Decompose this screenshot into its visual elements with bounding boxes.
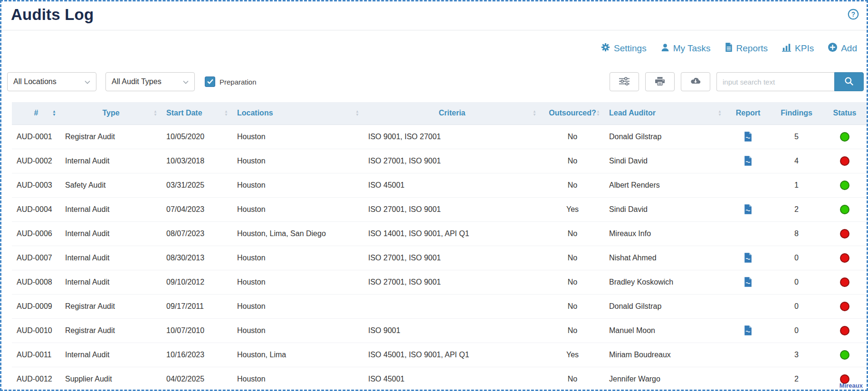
audit-type-select-value: All Audit Types xyxy=(112,77,162,86)
print-button[interactable] xyxy=(645,72,675,91)
pdf-report-icon[interactable] xyxy=(744,204,752,214)
status-indicator-green xyxy=(840,350,849,360)
column-header-report: Report xyxy=(726,102,770,124)
svg-text:?: ? xyxy=(851,11,855,18)
cell-start_date: 09/17/2011 xyxy=(162,294,232,318)
nav-reports[interactable]: Reports xyxy=(725,43,768,54)
check-icon xyxy=(207,77,213,86)
cell-criteria: ISO 45001, ISO 9001, API Q1 xyxy=(363,343,541,367)
cell-findings: 3 xyxy=(770,343,823,367)
table-row[interactable]: AUD-0006Internal Audit08/07/2023Houston,… xyxy=(12,221,867,246)
column-header-start_date[interactable]: Start Date▲▼ xyxy=(162,102,232,124)
cell-status xyxy=(823,270,867,294)
cell-criteria: ISO 27001, ISO 9001 xyxy=(363,197,541,221)
search-button[interactable] xyxy=(834,72,864,91)
sort-arrows-icon[interactable]: ▲▼ xyxy=(355,110,359,116)
filter-columns-button[interactable] xyxy=(610,72,639,91)
column-header-type[interactable]: Type▲▼ xyxy=(60,102,162,124)
preparation-label: Preparation xyxy=(219,78,257,86)
cell-lead_auditor: Miriam Boudreaux xyxy=(604,343,726,367)
cell-findings: 0 xyxy=(770,294,823,318)
pdf-report-icon[interactable] xyxy=(744,156,752,166)
nav-add[interactable]: Add xyxy=(828,43,857,54)
cell-type: Internal Audit xyxy=(60,343,162,367)
nav-kpis-label: KPIs xyxy=(795,43,814,54)
sort-arrows-icon[interactable]: ▲▼ xyxy=(533,110,536,116)
sort-arrows-icon[interactable]: ▲▼ xyxy=(718,110,722,116)
cell-findings: 0 xyxy=(770,270,823,294)
sort-arrows-icon[interactable]: ▲▼ xyxy=(596,110,600,116)
pdf-report-icon[interactable] xyxy=(744,253,752,263)
cell-status xyxy=(823,221,867,246)
locations-select[interactable]: All Locations xyxy=(7,72,96,91)
locations-select-value: All Locations xyxy=(13,77,57,86)
nav-my-tasks[interactable]: My Tasks xyxy=(661,43,711,54)
cell-criteria: ISO 27001, ISO 9001 xyxy=(363,270,541,294)
table-row[interactable]: AUD-0007Internal Audit08/30/2013HoustonI… xyxy=(12,246,867,270)
cell-report xyxy=(726,149,770,173)
table-row[interactable]: AUD-0012Supplier Audit04/02/2025HoustonI… xyxy=(12,367,867,391)
sort-arrows-icon[interactable]: ▲▼ xyxy=(224,110,228,116)
top-nav: Settings My Tasks Reports KPIs Add xyxy=(1,43,857,54)
cell-outsourced: No xyxy=(541,246,604,270)
help-button[interactable]: ? xyxy=(848,9,859,21)
pdf-report-icon[interactable] xyxy=(744,132,752,142)
cell-type: Registrar Audit xyxy=(60,124,162,149)
export-download-button[interactable] xyxy=(681,72,710,91)
audit-type-select[interactable]: All Audit Types xyxy=(105,72,195,91)
cell-status xyxy=(823,173,867,197)
nav-my-tasks-label: My Tasks xyxy=(673,43,711,54)
table-row[interactable]: AUD-0011Internal Audit10/16/2023Houston,… xyxy=(12,343,867,367)
cell-type: Internal Audit xyxy=(60,221,162,246)
nav-settings[interactable]: Settings xyxy=(601,43,647,54)
cell-locations: Houston xyxy=(232,246,363,270)
cell-outsourced: No xyxy=(541,149,604,173)
sort-arrows-icon[interactable]: ▲▼ xyxy=(52,110,56,116)
cell-start_date: 10/05/2020 xyxy=(162,124,232,149)
sort-arrows-icon[interactable]: ▲▼ xyxy=(153,110,157,116)
cell-id: AUD-0009 xyxy=(12,294,60,318)
column-header-locations[interactable]: Locations▲▼ xyxy=(232,102,363,124)
table-row[interactable]: AUD-0009Registrar Audit09/17/2011Houston… xyxy=(12,294,867,318)
cell-locations: Houston xyxy=(232,149,363,173)
table-row[interactable]: AUD-0003Safety Audit03/31/2025HoustonISO… xyxy=(12,173,867,197)
cell-status xyxy=(823,294,867,318)
cell-lead_auditor: Nishat Ahmed xyxy=(604,246,726,270)
printer-icon xyxy=(655,77,665,87)
plus-circle-icon xyxy=(828,43,837,54)
chevron-down-icon xyxy=(183,77,189,86)
cell-locations: Houston xyxy=(232,173,363,197)
cell-id: AUD-0006 xyxy=(12,221,60,246)
pdf-report-icon[interactable] xyxy=(744,277,752,287)
cell-report xyxy=(726,318,770,343)
cell-criteria xyxy=(363,294,541,318)
column-header-findings: Findings xyxy=(770,102,823,124)
pdf-report-icon[interactable] xyxy=(744,325,752,335)
preparation-checkbox[interactable] xyxy=(205,76,215,87)
nav-kpis[interactable]: KPIs xyxy=(782,43,814,54)
search-input[interactable] xyxy=(716,72,834,91)
column-header-criteria[interactable]: Criteria▲▼ xyxy=(363,102,541,124)
table-row[interactable]: AUD-0008Internal Audit09/10/2012HoustonI… xyxy=(12,270,867,294)
status-indicator-red xyxy=(840,229,849,238)
cell-outsourced: No xyxy=(541,294,604,318)
cell-criteria: ISO 27001, ISO 9001 xyxy=(363,246,541,270)
table-row[interactable]: AUD-0001Registrar Audit10/05/2020Houston… xyxy=(12,124,867,149)
cell-findings: 2 xyxy=(770,197,823,221)
cell-lead_auditor: Sindi David xyxy=(604,149,726,173)
table-row[interactable]: AUD-0004Internal Audit07/04/2023HoustonI… xyxy=(12,197,867,221)
cell-criteria: ISO 27001, ISO 9001 xyxy=(363,149,541,173)
table-row[interactable]: AUD-0002Internal Audit10/03/2018HoustonI… xyxy=(12,149,867,173)
cell-status xyxy=(823,149,867,173)
cell-locations: Houston xyxy=(232,318,363,343)
cell-start_date: 09/10/2012 xyxy=(162,270,232,294)
cell-status xyxy=(823,343,867,367)
column-header-id[interactable]: #▲▼ xyxy=(12,102,60,124)
column-header-lead_auditor[interactable]: Lead Auditor▲▼ xyxy=(604,102,726,124)
column-header-outsourced[interactable]: Outsourced?▲▼ xyxy=(541,102,604,124)
cell-id: AUD-0007 xyxy=(12,246,60,270)
cell-lead_auditor: Jennifer Wargo xyxy=(604,367,726,391)
status-indicator-red xyxy=(840,253,849,263)
cell-outsourced: No xyxy=(541,367,604,391)
table-row[interactable]: AUD-0010Registrar Audit10/07/2010Houston… xyxy=(12,318,867,343)
